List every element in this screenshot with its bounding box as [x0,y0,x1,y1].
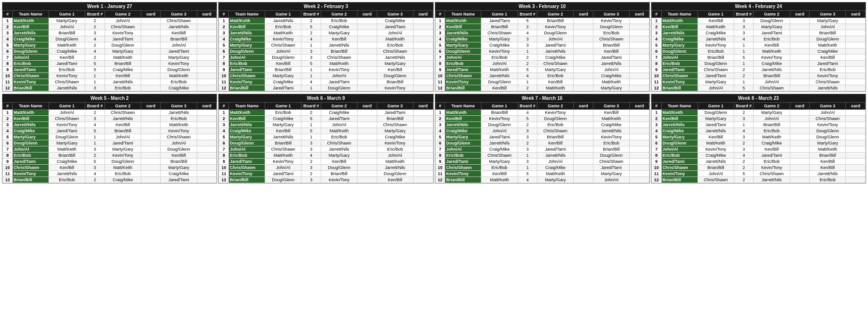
board3-num [846,79,866,85]
board1-num: 3 [301,140,321,146]
game1-opponent: Eric/Bob [49,67,85,73]
col-header: Board # [734,11,754,18]
col-header: Game 1 [698,103,734,110]
game1-opponent: Chris/Shawn [698,67,734,73]
col-header: Team Name [12,11,49,18]
team-name: Craig/Mike [229,36,265,42]
game2-opponent: John/Al [321,122,357,128]
game3-opponent: Ken/Bill [593,110,629,116]
col-header: Board # [85,103,105,110]
game2-opponent: Eric/Bob [537,73,574,79]
game2-opponent: John/Al [537,36,574,42]
game3-opponent: Eric/Bob [161,79,197,85]
game3-opponent: Matt/Keith [593,116,629,122]
game1-opponent: Doug/Glenn [265,177,301,183]
row-number: 12 [219,177,229,183]
team-name: Eric/Bob [445,61,481,67]
game3-opponent: John/Al [810,24,846,30]
game2-opponent: Jared/Tami [537,42,574,48]
board2-num [357,122,377,128]
board1-num: 3 [301,146,321,153]
board2-num [357,153,377,159]
game2-opponent: Eric/Bob [754,128,790,134]
row-number: 10 [3,165,13,171]
week-block: Week 3 - February 10#Team NameGame 1Boar… [435,2,650,92]
board1-num: 1 [301,122,321,128]
board2-num [141,18,161,24]
board1-num: 2 [85,18,105,24]
week-block: Week 1 - January 27#Team NameGame 1Board… [2,2,217,92]
row-number: 10 [651,165,661,171]
game3-opponent: Ken/Bill [377,67,413,73]
board2-num [790,36,810,42]
team-name: Jarrett/Nils [12,30,49,36]
row-number: 1 [435,18,445,24]
game2-opponent: Eric/Bob [537,122,574,128]
board1-num: 3 [85,116,105,122]
game1-opponent: Kevin/Tony [481,48,518,55]
row-number: 6 [435,140,445,146]
game2-opponent: Brian/Bill [537,18,574,24]
game2-opponent: Jarrett/Nils [754,177,790,183]
row-number: 7 [651,55,661,61]
team-name: Jarrett/Nils [445,30,481,36]
board2-num [574,159,593,165]
board3-num [197,140,217,146]
game1-opponent: Doug/Glenn [698,110,734,116]
board1-num: 3 [301,177,321,183]
game1-opponent: Chris/Shawn [49,116,85,122]
row-number: 3 [651,30,661,36]
game2-opponent: Craig/Mike [754,140,790,146]
game3-opponent: Eric/Bob [810,67,846,73]
team-name: John/Al [445,146,481,153]
game3-opponent: John/Al [161,42,197,48]
row-number: 12 [3,177,13,183]
game3-opponent: Brian/Bill [593,146,629,153]
game3-opponent: Doug/Glenn [810,128,846,134]
row-number: 12 [435,177,445,183]
board1-num: 3 [518,128,537,134]
game1-opponent: Jarrett/Nils [49,85,85,91]
col-header: Game 2 [537,11,574,18]
board3-num [630,122,649,128]
game1-opponent: John/Al [49,24,85,30]
game1-opponent: Eric/Bob [481,55,518,61]
board3-num [197,177,217,183]
game2-opponent: Eric/Bob [754,159,790,165]
team-name: Marty/Gary [445,42,481,48]
game2-opponent: Ken/Bill [754,146,790,153]
game2-opponent: Craig/Mike [321,24,357,30]
team-name: Jared/Tami [229,67,265,73]
row-number: 4 [651,128,661,134]
col-header: oard [630,11,649,18]
team-name: Eric/Bob [229,61,265,67]
row-number: 2 [3,116,13,122]
board1-num: 3 [85,85,105,91]
game2-opponent: Craig/Mike [754,61,790,67]
team-name: Brian/Bill [445,85,481,91]
game3-opponent: Brian/Bill [593,42,629,48]
board2-num [357,140,377,146]
game2-opponent: Matt/Keith [754,48,790,55]
board1-num: 2 [301,110,321,116]
top-weeks-row: Week 1 - January 27#Team NameGame 1Board… [2,2,866,92]
board1-num: 4 [85,122,105,128]
game3-opponent: Jarrett/Nils [377,55,413,61]
board3-num [630,153,649,159]
game2-opponent: Kevin/Tony [321,177,357,183]
game3-opponent: Marty/Gary [161,55,197,61]
board1-num: 2 [518,140,537,146]
game3-opponent: Doug/Glenn [810,36,846,42]
game3-opponent: Marty/Gary [593,85,629,91]
col-header: Game 1 [49,11,85,18]
team-name: Ken/Bill [12,116,49,122]
board2-num [141,79,161,85]
row-number: 8 [651,61,661,67]
game2-opponent: Matt/Keith [321,128,357,134]
board2-num [141,42,161,48]
row-number: 9 [219,159,229,165]
board2-num [790,140,810,146]
game3-opponent: Chris/Shawn [810,79,846,85]
row-number: 11 [651,171,661,177]
game2-opponent: Ken/Bill [321,159,357,165]
